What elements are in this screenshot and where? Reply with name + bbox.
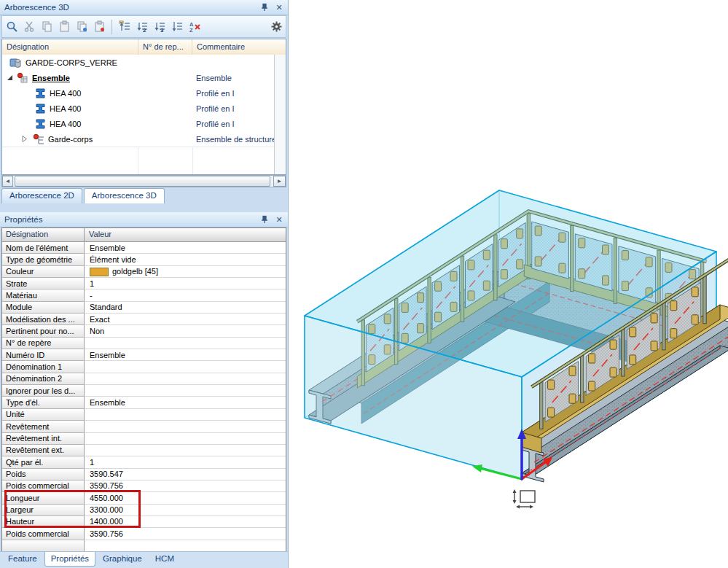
tree-item-comment: Ensemble (196, 74, 232, 82)
i-beam-profile-icon (34, 103, 47, 114)
column-header-designation: Désignation (2, 228, 85, 241)
color-name: goldgelb [45] (112, 267, 158, 276)
tab-graphique[interactable]: Graphique (97, 552, 148, 567)
table-row[interactable]: GARDE-CORPS_VERRE (2, 55, 275, 71)
collapse-tree-icon[interactable] (118, 20, 131, 34)
structure-assembly-icon (33, 133, 45, 145)
property-row[interactable]: Strate1 (2, 278, 286, 289)
property-row[interactable]: Dénomination 1 (2, 361, 286, 373)
tree-panel-titlebar: Arborescence 3D ✕ (0, 0, 288, 15)
property-row[interactable]: Type d'él.Ensemble (2, 397, 286, 408)
column-header-valeur: Valeur (85, 228, 286, 241)
vertical-scrollbar[interactable] (274, 55, 286, 174)
tree-item-comment: Profilé en I (196, 89, 235, 98)
svg-text:2: 2 (143, 27, 146, 33)
table-row[interactable]: HEA 400 Profilé en I (2, 116, 275, 132)
i-beam-profile-icon (34, 87, 47, 99)
property-row[interactable]: Modélisation des ...Exact (2, 314, 286, 325)
table-row[interactable]: HEA 400 Profilé en I (2, 85, 275, 101)
svg-text:Z: Z (189, 27, 193, 33)
property-row[interactable]: Nom de l'élémentEnsemble (2, 242, 286, 254)
tree-item-comment: Profilé en I (196, 120, 235, 128)
tree-item-label: HEA 400 (47, 89, 81, 98)
property-row[interactable]: Ignorer pour les d... (2, 385, 286, 397)
tab-hcm[interactable]: HCM (149, 552, 180, 567)
column-header-rep[interactable]: N° de rep... (138, 39, 192, 55)
table-row[interactable]: HEA 400 Profilé en I (2, 101, 275, 117)
property-row-hauteur[interactable]: Hauteur1400.000 (2, 516, 286, 528)
tab-arborescence-3d[interactable]: Arborescence 3D (84, 188, 165, 203)
settings-gear-icon[interactable] (270, 20, 283, 34)
application-window: Arborescence 3D ✕ (0, 0, 728, 568)
property-row[interactable]: N° de repère (2, 338, 286, 349)
property-row[interactable]: ModuleStandard (2, 302, 286, 314)
tab-proprietes[interactable]: Propriétés (44, 552, 95, 567)
property-row-longueur[interactable]: Longueur4550.000 (2, 492, 286, 504)
scene-icon (9, 57, 23, 69)
scroll-left-arrow[interactable]: ◄ (2, 176, 13, 187)
3d-scene (289, 0, 728, 568)
property-row[interactable]: Revêtement (2, 421, 286, 432)
close-icon[interactable]: ✕ (273, 214, 285, 225)
tree-item-comment: Ensemble de structure (196, 135, 276, 144)
property-row[interactable]: Matériau- (2, 289, 286, 301)
tree-item-label: HEA 400 (47, 104, 81, 113)
table-row[interactable]: Ensemble Ensemble (2, 70, 275, 86)
copy-icon[interactable] (40, 20, 53, 34)
property-row[interactable]: Poids commercial3590.756 (2, 481, 286, 492)
tab-feature[interactable]: Feature (2, 552, 43, 567)
property-row[interactable]: Dénomination 2 (2, 373, 286, 385)
property-row-largeur[interactable]: Largeur3300.000 (2, 505, 286, 516)
copy-special-icon[interactable] (75, 20, 88, 34)
property-row[interactable]: Poids commercial3590.756 (2, 528, 286, 540)
expand-level-2-icon[interactable]: 2 (136, 20, 149, 34)
expand-level-3-icon[interactable]: 3 (153, 20, 166, 34)
property-row[interactable]: Revêtement ext. (2, 445, 286, 456)
color-swatch (90, 268, 109, 276)
properties-panel-title: Propriétés (0, 215, 42, 224)
expand-all-icon[interactable] (171, 20, 184, 34)
tree-table-header: Désignation N° de rep... Commentaire (2, 39, 286, 55)
scroll-right-arrow[interactable]: ► (273, 176, 286, 187)
property-row[interactable]: Revêtement int. (2, 433, 286, 445)
tree-item-label: HEA 400 (47, 120, 81, 128)
toolbar-separator (111, 20, 112, 34)
tree-item-label: GARDE-CORPS_VERRE (23, 58, 117, 67)
bottom-tab-bar: Feature Propriétés Graphique HCM (0, 551, 288, 568)
clear-sort-icon[interactable]: AZ (188, 20, 201, 34)
property-row[interactable]: Qté par él.1 (2, 456, 286, 468)
column-header-designation[interactable]: Désignation (2, 39, 138, 55)
tree-tab-bar: Arborescence 2D Arborescence 3D (1, 188, 165, 206)
dock-panel-column: Arborescence 3D ✕ (0, 0, 289, 568)
assembly-icon (17, 72, 29, 84)
column-header-comment[interactable]: Commentaire (192, 39, 286, 55)
3d-viewport[interactable] (289, 0, 728, 568)
properties-panel-titlebar: Propriétés ✕ (0, 212, 288, 227)
table-row[interactable]: Garde-corps Ensemble de structure (2, 131, 275, 147)
close-icon[interactable]: ✕ (273, 1, 285, 13)
paste-special-icon[interactable] (93, 20, 106, 34)
property-row[interactable]: Pertinent pour no...Non (2, 325, 286, 337)
property-row[interactable] (2, 540, 286, 552)
property-row-color[interactable]: Couleurgoldgelb [45] (2, 266, 286, 278)
property-row[interactable]: Unité (2, 409, 286, 421)
tree-item-comment: Profilé en I (196, 104, 235, 113)
property-row[interactable]: Numéro IDEnsemble (2, 349, 286, 361)
cut-icon[interactable] (23, 20, 36, 34)
properties-table: Désignation Valeur Nom de l'élémentEnsem… (1, 227, 286, 551)
tree-panel-title: Arborescence 3D (0, 3, 69, 12)
tab-arborescence-2d[interactable]: Arborescence 2D (1, 188, 82, 203)
pin-icon[interactable] (259, 1, 270, 13)
paste-icon[interactable] (58, 20, 71, 34)
tree-table: Désignation N° de rep... Commentaire GAR… (1, 39, 286, 175)
i-beam-profile-icon (34, 118, 47, 130)
expanded-triangle-icon[interactable] (6, 74, 14, 82)
search-icon[interactable] (5, 20, 18, 34)
tree-toolbar: 2 3 AZ (1, 15, 286, 38)
scrollbar-thumb[interactable] (15, 176, 270, 187)
pin-icon[interactable] (259, 214, 270, 225)
property-row[interactable]: Poids3590.547 (2, 469, 286, 481)
property-row[interactable]: Type de géométrieÉlément vide (2, 254, 286, 265)
horizontal-scrollbar[interactable]: ◄ ► (1, 175, 286, 187)
collapsed-triangle-icon[interactable] (20, 135, 28, 143)
